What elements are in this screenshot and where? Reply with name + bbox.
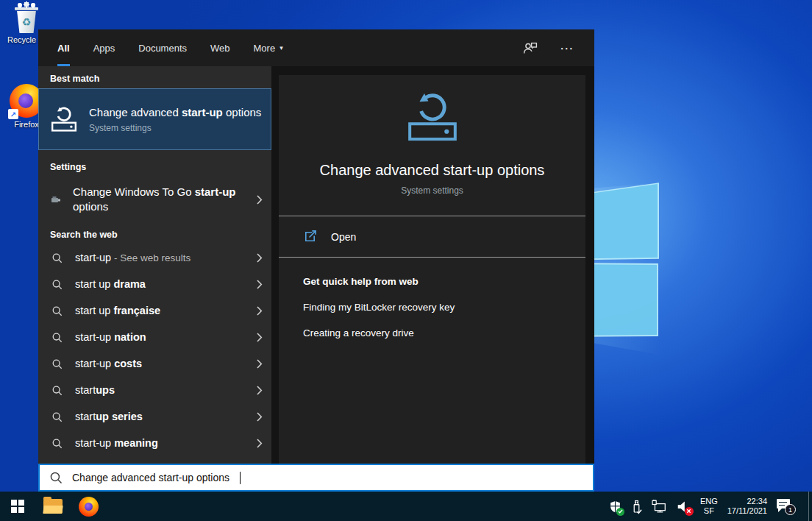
restart-drive-icon xyxy=(50,105,78,133)
user-feedback-icon[interactable] xyxy=(521,40,538,56)
taskbar-firefox[interactable] xyxy=(71,492,106,521)
tab-web[interactable]: Web xyxy=(210,29,230,66)
web-suggestion-label: start-up costs xyxy=(75,358,142,369)
search-icon xyxy=(51,438,63,449)
web-suggestion-item[interactable]: start-up costs xyxy=(38,350,271,377)
shortcut-arrow-icon: ↗ xyxy=(8,109,18,119)
start-button[interactable] xyxy=(0,492,35,521)
dropdown-arrow-icon: ▾ xyxy=(279,44,283,52)
web-suggestion-item[interactable]: start up française xyxy=(38,297,271,324)
settings-item-label: Change Windows To Go start-up options xyxy=(73,185,239,214)
web-suggestion-item[interactable]: start up drama xyxy=(38,271,271,297)
results-list: Best match Change advanced start-up opti… xyxy=(38,66,271,464)
windows-logo-icon xyxy=(11,500,24,513)
web-suggestion-label: start-up - See web results xyxy=(75,252,190,263)
search-input[interactable]: Change advanced start-up options xyxy=(38,464,594,492)
panel-gap xyxy=(271,66,279,464)
more-options-icon[interactable]: ⋯ xyxy=(560,40,575,57)
chevron-right-icon[interactable] xyxy=(257,253,263,263)
chevron-right-icon[interactable] xyxy=(257,306,263,316)
web-suggestion-label: startups xyxy=(75,384,115,396)
notification-count-badge: 1 xyxy=(785,504,796,515)
search-icon xyxy=(51,332,63,343)
section-header-settings: Settings xyxy=(50,162,260,172)
help-section-header: Get quick help from web xyxy=(303,276,585,287)
firefox-icon xyxy=(79,497,99,517)
usb-device-icon[interactable] xyxy=(631,499,642,514)
web-suggestion-label: startup series xyxy=(75,411,143,422)
web-suggestion-item[interactable]: startups xyxy=(38,377,271,403)
best-match-subtitle: System settings xyxy=(89,123,271,133)
recycle-bin-icon: ♻ xyxy=(14,4,39,33)
tab-more[interactable]: More ▾ xyxy=(254,29,283,66)
web-suggestion-label: start-up meaning xyxy=(75,437,158,449)
search-tab-bar: All Apps Documents Web More ▾ ⋯ xyxy=(38,29,594,66)
restart-drive-icon xyxy=(405,90,460,144)
open-action[interactable]: Open xyxy=(279,216,585,257)
chevron-right-icon[interactable] xyxy=(257,439,263,448)
preview-title: Change advanced start-up options xyxy=(279,162,585,179)
clock[interactable]: 22:34 17/11/2021 xyxy=(727,497,767,516)
open-launch-icon xyxy=(303,230,317,244)
preview-subtitle: System settings xyxy=(279,185,585,196)
search-icon xyxy=(51,358,63,369)
section-header-best-match: Best match xyxy=(50,74,260,84)
windows-to-go-icon xyxy=(50,194,62,205)
best-match-item[interactable]: Change advanced start-up options System … xyxy=(38,88,271,150)
section-header-search-web: Search the web xyxy=(50,230,260,240)
action-center-icon[interactable]: 1 xyxy=(777,497,796,515)
chevron-right-icon[interactable] xyxy=(257,359,263,369)
search-icon xyxy=(51,252,63,263)
open-label: Open xyxy=(331,231,356,243)
search-results-area: Best match Change advanced start-up opti… xyxy=(38,66,594,464)
help-link[interactable]: Finding my BitLocker recovery key xyxy=(303,302,585,313)
settings-result-item[interactable]: Change Windows To Go start-up options xyxy=(38,180,271,219)
search-icon xyxy=(51,305,63,316)
search-icon xyxy=(51,385,63,396)
taskbar: ENG SF 22:34 17/11/2021 1 xyxy=(0,492,812,521)
web-suggestion-item[interactable]: start-up nation xyxy=(38,324,271,350)
tab-apps[interactable]: Apps xyxy=(93,29,115,66)
help-link[interactable]: Creating a recovery drive xyxy=(303,327,585,339)
search-flyout: All Apps Documents Web More ▾ ⋯ xyxy=(38,29,594,492)
chevron-right-icon[interactable] xyxy=(257,280,263,289)
volume-muted-icon[interactable] xyxy=(677,500,691,514)
language-indicator[interactable]: ENG SF xyxy=(700,497,718,516)
taskbar-file-explorer[interactable] xyxy=(35,492,71,521)
chevron-right-icon[interactable] xyxy=(257,195,263,205)
chevron-right-icon[interactable] xyxy=(257,386,263,395)
chevron-right-icon[interactable] xyxy=(257,333,263,342)
web-suggestion-item[interactable]: startup series xyxy=(38,403,271,430)
web-suggestion-item[interactable]: start-up meaning xyxy=(38,430,271,456)
search-icon xyxy=(51,411,63,422)
status-ok-badge xyxy=(616,508,624,516)
security-shield-icon[interactable] xyxy=(609,500,622,514)
show-desktop-edge[interactable] xyxy=(808,492,809,521)
web-suggestion-item[interactable]: start-up - See web results xyxy=(38,244,271,271)
network-icon[interactable] xyxy=(652,500,667,514)
text-caret xyxy=(240,472,241,484)
best-match-title: Change advanced start-up options xyxy=(89,105,271,120)
tab-documents[interactable]: Documents xyxy=(138,29,187,66)
web-suggestion-label: start-up nation xyxy=(75,331,146,343)
mute-badge xyxy=(685,507,694,516)
search-input-value: Change advanced start-up options xyxy=(72,472,229,483)
search-icon xyxy=(49,471,63,484)
preview-panel: Change advanced start-up options System … xyxy=(279,75,585,464)
file-explorer-icon xyxy=(43,499,63,514)
web-suggestion-label: start up drama xyxy=(75,278,146,290)
search-icon xyxy=(51,279,63,290)
tab-all[interactable]: All xyxy=(57,29,70,66)
web-suggestion-label: start up française xyxy=(75,305,160,316)
chevron-right-icon[interactable] xyxy=(257,412,263,422)
